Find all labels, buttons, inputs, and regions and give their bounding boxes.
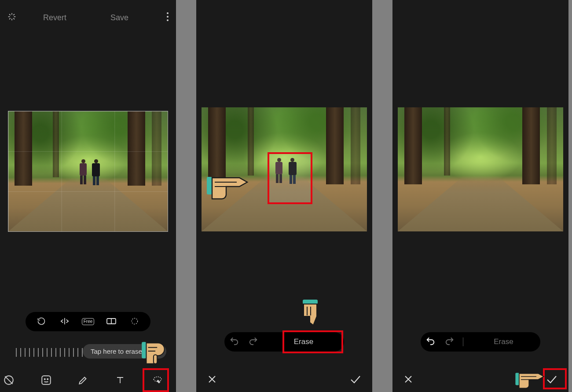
lasso-icon[interactable] [128,317,141,327]
bottom-actions [196,368,372,392]
cancel-icon[interactable] [207,374,217,386]
draw-icon[interactable] [72,369,95,392]
flip-icon[interactable] [59,317,71,327]
erase-toolbar: Erase [421,332,540,352]
crop-options-bar: Free [26,312,150,331]
svg-point-2 [167,19,169,21]
save-button[interactable]: Save [102,8,137,28]
svg-rect-6 [42,376,51,385]
photo-preview [8,111,168,231]
tooltip-text: Tap here to erase objec [91,348,160,355]
undo-icon[interactable] [224,336,244,348]
highlight-erase-button [282,330,343,353]
redo-icon[interactable] [440,336,459,348]
canvas-image[interactable] [8,111,168,232]
text-icon[interactable] [109,369,132,392]
cancel-icon[interactable] [403,374,414,386]
svg-point-0 [167,12,169,14]
highlight-confirm-button [543,368,567,389]
aspect-wide-icon[interactable] [105,318,117,326]
sticker-icon[interactable] [35,369,58,392]
svg-point-4 [132,318,137,324]
bottom-actions [392,368,568,392]
redo-icon[interactable] [244,336,263,348]
auto-enhance-icon[interactable] [7,12,17,23]
confirm-icon[interactable] [349,374,362,386]
svg-point-8 [47,379,48,380]
adjust-icon[interactable] [0,369,20,392]
svg-point-7 [44,379,45,380]
selection-box [268,152,312,204]
editor-screen-select: Erase [196,0,372,392]
editor-screen-crop: Revert Save Free [0,0,176,392]
photo-preview [398,107,563,231]
revert-button[interactable]: Revert [34,8,75,28]
top-bar: Revert Save [0,0,176,35]
canvas-image[interactable] [398,107,563,231]
canvas-image[interactable] [202,107,367,231]
svg-rect-12 [303,300,318,304]
toolbar-divider [463,337,463,346]
pointer-hand-down-icon [299,299,321,328]
editor-screen-result: Erase [392,0,568,392]
aspect-free-button[interactable]: Free [82,318,94,325]
highlight-eraser-tool [143,368,169,392]
erase-button[interactable]: Erase [467,337,540,346]
rotate-icon[interactable] [35,317,48,327]
more-icon[interactable] [166,12,169,23]
erase-tooltip: Tap here to erase objec [83,344,166,359]
undo-icon[interactable] [421,336,440,348]
svg-point-1 [167,16,169,18]
